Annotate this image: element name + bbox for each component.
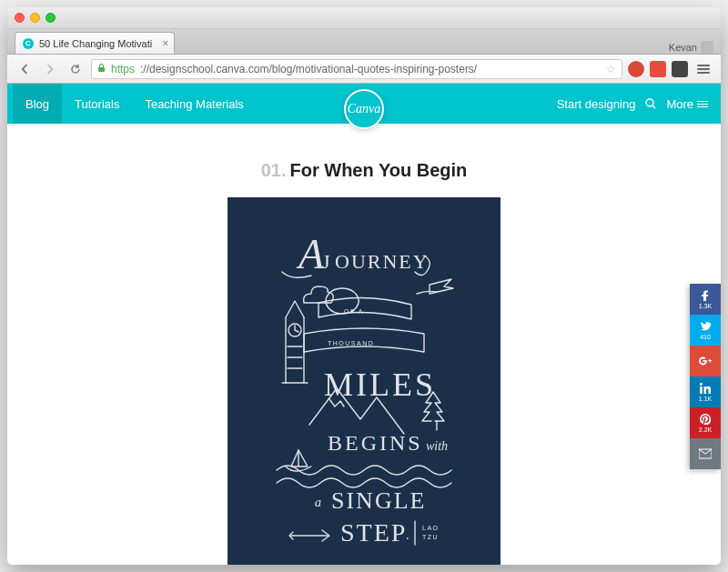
site-header: Blog Tutorials Teaching Materials Canva … — [7, 84, 721, 124]
nav-item-teaching-materials[interactable]: Teaching Materials — [132, 84, 256, 124]
browser-profile[interactable]: Kevan — [669, 41, 713, 54]
svg-text:.: . — [406, 528, 410, 542]
svg-text:THOUSAND: THOUSAND — [328, 340, 374, 346]
hamburger-icon — [697, 101, 708, 107]
svg-text:SINGLE: SINGLE — [331, 487, 426, 514]
share-email-button[interactable] — [690, 438, 721, 469]
svg-text:J: J — [322, 250, 332, 273]
minimize-window-button[interactable] — [30, 13, 40, 23]
lock-icon — [97, 64, 106, 75]
url-path: ://designschool.canva.com/blog/motivatio… — [140, 63, 477, 75]
browser-tabbar: C 50 Life Changing Motivati × Kevan — [7, 29, 721, 55]
address-bar[interactable]: https ://designschool.canva.com/blog/mot… — [91, 59, 622, 79]
section-heading: 01.For When You Begin — [261, 160, 468, 181]
share-pinterest-button[interactable]: 2.2K — [690, 407, 721, 438]
pinterest-icon — [700, 414, 711, 425]
site-nav-right: Start designing More — [557, 84, 721, 124]
svg-text:BEGINS: BEGINS — [328, 431, 423, 455]
googleplus-icon — [699, 356, 712, 366]
twitter-icon — [700, 321, 711, 332]
heading-title: For When You Begin — [290, 160, 468, 180]
svg-text:MILES: MILES — [324, 366, 436, 403]
start-designing-link[interactable]: Start designing — [557, 97, 636, 111]
poster-image: .ln{stroke:#dfe3e8;stroke-width:1.4;fill… — [228, 197, 500, 565]
search-icon[interactable] — [644, 97, 657, 110]
profile-avatar-icon — [701, 41, 713, 54]
nav-label: Teaching Materials — [145, 97, 243, 111]
bookmark-star-icon[interactable]: ☆ — [606, 63, 616, 75]
site-logo[interactable]: Canva — [344, 89, 384, 129]
forward-button[interactable] — [40, 59, 60, 79]
svg-text:TZU: TZU — [422, 534, 439, 540]
nav-label: Blog — [25, 97, 49, 111]
share-count: 1.3K — [699, 303, 712, 309]
svg-text:STEP: STEP — [340, 518, 407, 547]
reload-button[interactable] — [66, 59, 86, 79]
linkedin-icon — [700, 383, 711, 394]
share-linkedin-button[interactable]: 1.1K — [690, 376, 721, 407]
favicon-icon: C — [23, 38, 34, 49]
svg-text:A: A — [296, 231, 325, 277]
share-count: 410 — [700, 334, 711, 340]
nav-item-tutorials[interactable]: Tutorials — [62, 84, 132, 124]
site-nav-left: Blog Tutorials Teaching Materials — [7, 84, 257, 124]
svg-text:LAO: LAO — [422, 525, 440, 531]
page-viewport: Blog Tutorials Teaching Materials Canva … — [7, 84, 721, 565]
svg-text:with: with — [426, 439, 448, 453]
share-sidebar: 1.3K 410 1.1K 2.2K — [690, 284, 721, 469]
svg-text:a: a — [315, 496, 321, 509]
svg-point-1 — [646, 99, 653, 106]
nav-label: Tutorials — [75, 97, 119, 111]
extension-icons — [628, 61, 688, 77]
article-content: 01.For When You Begin .ln{stroke:#dfe3e8… — [7, 124, 721, 565]
more-menu[interactable]: More — [666, 97, 708, 111]
svg-line-2 — [652, 105, 655, 108]
svg-rect-0 — [98, 67, 105, 72]
browser-menu-button[interactable] — [693, 65, 713, 74]
url-protocol: https — [111, 63, 135, 75]
tab-close-icon[interactable]: × — [162, 37, 168, 50]
back-button[interactable] — [15, 59, 35, 79]
logo-text: Canva — [348, 102, 381, 116]
close-window-button[interactable] — [15, 13, 25, 23]
facebook-icon — [700, 290, 711, 301]
maximize-window-button[interactable] — [46, 13, 56, 23]
extension-icon[interactable] — [628, 61, 644, 77]
profile-name: Kevan — [669, 42, 697, 53]
browser-toolbar: https ://designschool.canva.com/blog/mot… — [7, 55, 721, 84]
logo-circle: Canva — [344, 89, 384, 129]
heading-number: 01. — [261, 160, 287, 180]
browser-window: C 50 Life Changing Motivati × Kevan http… — [7, 7, 721, 565]
svg-text:OURNEY: OURNEY — [335, 250, 430, 273]
more-label: More — [666, 97, 693, 111]
email-icon — [699, 448, 712, 459]
svg-text:OF A: OF A — [344, 308, 364, 315]
share-count: 1.1K — [699, 396, 712, 402]
extension-icon[interactable] — [672, 61, 688, 77]
extension-icon[interactable] — [650, 61, 666, 77]
tab-title: 50 Life Changing Motivati — [39, 38, 152, 49]
share-googleplus-button[interactable] — [690, 346, 721, 376]
share-facebook-button[interactable]: 1.3K — [690, 284, 721, 315]
share-count: 2.2K — [699, 426, 712, 433]
share-twitter-button[interactable]: 410 — [690, 315, 721, 346]
browser-tab[interactable]: C 50 Life Changing Motivati × — [15, 32, 175, 54]
window-controls — [15, 13, 56, 23]
window-titlebar — [7, 7, 721, 29]
link-label: Start designing — [557, 97, 636, 111]
nav-item-blog[interactable]: Blog — [13, 84, 62, 124]
